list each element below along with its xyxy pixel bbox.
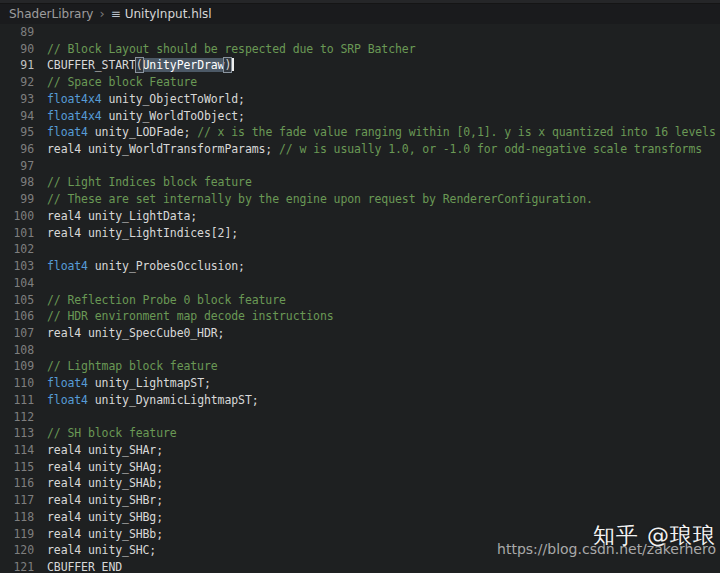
code-line[interactable]: 109// Lightmap block feature — [0, 358, 720, 375]
line-number[interactable]: 103 — [0, 258, 34, 275]
line-number[interactable]: 106 — [0, 308, 34, 325]
line-number[interactable]: 100 — [0, 208, 34, 225]
code-line[interactable]: 92// Space block Feature — [0, 74, 720, 91]
code-line[interactable]: 103float4 unity_ProbesOcclusion; — [0, 258, 720, 275]
token-plain: real4 unity_SHBg; — [47, 510, 163, 524]
code-line[interactable]: 116real4 unity_SHAb; — [0, 475, 720, 492]
token-comment: // HDR environment map decode instructio… — [47, 309, 334, 323]
token-comment: // Space block Feature — [47, 75, 197, 89]
code-line[interactable]: 106// HDR environment map decode instruc… — [0, 308, 720, 325]
code-line[interactable]: 102 — [0, 241, 720, 258]
code-line[interactable]: 101real4 unity_LightIndices[2]; — [0, 225, 720, 242]
line-number[interactable]: 115 — [0, 459, 34, 476]
line-number[interactable]: 108 — [0, 342, 34, 359]
token-plain: real4 unity_SHBr; — [47, 493, 163, 507]
code-line[interactable]: 104 — [0, 275, 720, 292]
line-number[interactable]: 109 — [0, 358, 34, 375]
code-text: real4 unity_SHAb; — [34, 475, 163, 492]
line-number[interactable]: 89 — [0, 24, 34, 41]
code-line[interactable]: 117real4 unity_SHBr; — [0, 492, 720, 509]
line-number[interactable]: 95 — [0, 124, 34, 141]
code-text: real4 unity_SpecCube0_HDR; — [34, 325, 224, 342]
code-line[interactable]: 121CBUFFER_END — [0, 559, 720, 573]
code-line[interactable]: 94float4x4 unity_WorldToObject; — [0, 108, 720, 125]
code-line[interactable]: 108 — [0, 342, 720, 359]
code-text: real4 unity_SHBr; — [34, 492, 163, 509]
line-number[interactable]: 121 — [0, 559, 34, 573]
line-number[interactable]: 101 — [0, 225, 34, 242]
line-number[interactable]: 97 — [0, 158, 34, 175]
line-number[interactable]: 92 — [0, 74, 34, 91]
line-number[interactable]: 118 — [0, 509, 34, 526]
line-number[interactable]: 98 — [0, 174, 34, 191]
code-line[interactable]: 96real4 unity_WorldTransformParams; // w… — [0, 141, 720, 158]
breadcrumb-file[interactable]: ≡ UnityInput.hlsl — [111, 7, 212, 21]
code-text: // Lightmap block feature — [34, 358, 218, 375]
line-number[interactable]: 120 — [0, 542, 34, 559]
code-line[interactable]: 97 — [0, 158, 720, 175]
line-number[interactable]: 99 — [0, 191, 34, 208]
code-line[interactable]: 100real4 unity_LightData; — [0, 208, 720, 225]
code-line[interactable]: 89 — [0, 24, 720, 41]
line-number[interactable]: 91 — [0, 57, 34, 74]
code-text: real4 unity_SHC; — [34, 542, 156, 559]
code-line[interactable]: 120real4 unity_SHC; — [0, 542, 720, 559]
line-number[interactable]: 94 — [0, 108, 34, 125]
code-text: float4 unity_LightmapST; — [34, 375, 211, 392]
code-text: real4 unity_LightIndices[2]; — [34, 225, 238, 242]
code-line[interactable]: 115real4 unity_SHAg; — [0, 459, 720, 476]
line-number[interactable]: 93 — [0, 91, 34, 108]
code-line[interactable]: 107real4 unity_SpecCube0_HDR; — [0, 325, 720, 342]
code-text — [34, 158, 47, 175]
code-line[interactable]: 95float4 unity_LODFade; // x is the fade… — [0, 124, 720, 141]
line-number[interactable]: 113 — [0, 425, 34, 442]
code-line[interactable]: 112 — [0, 409, 720, 426]
token-type: float4 — [47, 125, 88, 139]
token-plain: unity_LightmapST; — [88, 376, 211, 390]
line-number[interactable]: 107 — [0, 325, 34, 342]
token-comment: // Lightmap block feature — [47, 359, 218, 373]
line-number[interactable]: 111 — [0, 392, 34, 409]
token-type: float4 — [47, 259, 88, 273]
code-line[interactable]: 99// These are set internally by the eng… — [0, 191, 720, 208]
line-number[interactable]: 110 — [0, 375, 34, 392]
code-line[interactable]: 93float4x4 unity_ObjectToWorld; — [0, 91, 720, 108]
code-line[interactable]: 118real4 unity_SHBg; — [0, 509, 720, 526]
code-line[interactable]: 113// SH block feature — [0, 425, 720, 442]
token-type: float4 — [47, 393, 88, 407]
code-text: // Block Layout should be respected due … — [34, 41, 415, 58]
line-number[interactable]: 117 — [0, 492, 34, 509]
line-number[interactable]: 96 — [0, 141, 34, 158]
code-line[interactable]: 110float4 unity_LightmapST; — [0, 375, 720, 392]
line-number[interactable]: 114 — [0, 442, 34, 459]
code-line[interactable]: 114real4 unity_SHAr; — [0, 442, 720, 459]
code-line[interactable]: 105// Reflection Probe 0 block feature — [0, 292, 720, 309]
code-line[interactable]: 90// Block Layout should be respected du… — [0, 41, 720, 58]
token-comment: // w is usually 1.0, or -1.0 for odd-neg… — [279, 142, 702, 156]
line-number[interactable]: 102 — [0, 241, 34, 258]
code-text: real4 unity_LightData; — [34, 208, 197, 225]
code-line[interactable]: 111float4 unity_DynamicLightmapST; — [0, 392, 720, 409]
token-plain: unity_WorldToObject; — [102, 109, 245, 123]
line-number[interactable]: 116 — [0, 475, 34, 492]
code-line[interactable]: 91CBUFFER_START(UnityPerDraw) — [0, 57, 720, 74]
code-area[interactable]: 8990// Block Layout should be respected … — [0, 24, 720, 573]
code-line[interactable]: 98// Light Indices block feature — [0, 174, 720, 191]
code-text — [34, 409, 47, 426]
line-number[interactable]: 112 — [0, 409, 34, 426]
token-selected: UnityPerDraw — [143, 58, 225, 72]
breadcrumb-folder[interactable]: ShaderLibrary — [9, 7, 93, 21]
line-number[interactable]: 104 — [0, 275, 34, 292]
token-plain: real4 unity_SHAr; — [47, 443, 163, 457]
code-text: real4 unity_SHBb; — [34, 526, 163, 543]
breadcrumb-file-label: UnityInput.hlsl — [125, 7, 212, 21]
code-line[interactable]: 119real4 unity_SHBb; — [0, 526, 720, 543]
token-plain: real4 unity_SpecCube0_HDR; — [47, 326, 224, 340]
code-text — [34, 275, 47, 292]
line-number[interactable]: 105 — [0, 292, 34, 309]
token-bracket: ( — [135, 57, 144, 73]
line-number[interactable]: 119 — [0, 526, 34, 543]
token-type: float4x4 — [47, 109, 102, 123]
line-number[interactable]: 90 — [0, 41, 34, 58]
token-plain: real4 unity_LightIndices[2]; — [47, 226, 238, 240]
